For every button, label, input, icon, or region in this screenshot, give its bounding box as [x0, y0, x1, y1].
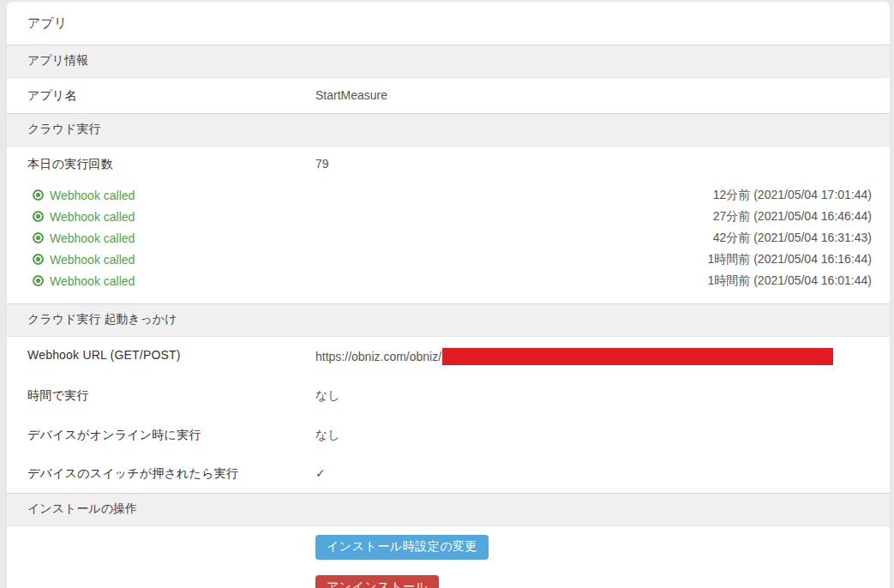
log-time: 42分前 (2021/05/04 16:31:43) [713, 231, 872, 246]
webhook-url-label: Webhook URL (GET/POST) [27, 348, 315, 362]
time-exec-value: なし [315, 388, 869, 404]
log-time: 1時間前 (2021/05/04 16:16:44) [708, 252, 872, 267]
online-exec-row: デバイスがオンライン時に実行 なし [7, 416, 890, 455]
log-event: Webhook called [50, 189, 713, 202]
section-header-install-ops: インストールの操作 [7, 493, 890, 526]
section-header-cloud-exec: クラウド実行 [7, 113, 890, 147]
log-row: Webhook called 12分前 (2021/05/04 17:01:44… [33, 184, 872, 206]
redacted-url-overlay [442, 348, 833, 365]
time-exec-row: 時間で実行 なし [7, 376, 890, 416]
online-exec-value: なし [315, 428, 869, 443]
dot-circle-icon [33, 275, 44, 286]
log-time: 12分前 (2021/05/04 17:01:44) [713, 188, 872, 203]
log-row: Webhook called 42分前 (2021/05/04 16:31:43… [33, 227, 872, 249]
exec-count-value: 79 [315, 157, 869, 171]
section-header-trigger: クラウド実行 起動きっかけ [7, 303, 890, 337]
webhook-url-row: Webhook URL (GET/POST) https://obniz.com… [7, 337, 890, 376]
log-time: 1時間前 (2021/05/04 16:01:44) [708, 273, 872, 289]
app-name-row: アプリ名 StartMeasure [7, 78, 890, 113]
online-exec-label: デバイスがオンライン時に実行 [27, 428, 315, 443]
log-row: Webhook called 1時間前 (2021/05/04 16:01:44… [33, 270, 872, 291]
switch-exec-label: デバイスのスイッチが押されたら実行 [27, 466, 315, 482]
webhook-url-text: https://obniz.com/obniz/ [315, 350, 441, 363]
app-name-label: アプリ名 [27, 88, 315, 104]
log-row: Webhook called 1時間前 (2021/05/04 16:16:44… [33, 249, 872, 270]
log-time: 27分前 (2021/05/04 16:46:44) [713, 209, 872, 225]
app-name-value: StartMeasure [315, 88, 869, 102]
dot-circle-icon [33, 254, 44, 265]
webhook-url-value: https://obniz.com/obniz/ [315, 348, 869, 365]
dot-circle-icon [33, 189, 44, 201]
install-actions: インストール時設定の変更 アンインストール [7, 526, 890, 588]
time-exec-label: 時間で実行 [27, 388, 315, 404]
dot-circle-icon [33, 211, 44, 222]
switch-exec-row: デバイスのスイッチが押されたら実行 ✓ [7, 455, 890, 493]
switch-exec-checkmark: ✓ [315, 466, 869, 480]
section-header-app-info: アプリ情報 [7, 45, 890, 78]
log-row: Webhook called 27分前 (2021/05/04 16:46:44… [33, 206, 872, 227]
dot-circle-icon [33, 232, 44, 243]
page-title: アプリ [7, 2, 890, 45]
change-install-settings-button[interactable]: インストール時設定の変更 [315, 535, 489, 560]
log-event: Webhook called [50, 253, 708, 267]
exec-count-label: 本日の実行回数 [27, 157, 315, 172]
log-event: Webhook called [50, 274, 708, 288]
app-settings-card: アプリ アプリ情報 アプリ名 StartMeasure クラウド実行 本日の実行… [7, 2, 890, 588]
exec-count-row: 本日の実行回数 79 [7, 147, 890, 174]
log-event: Webhook called [50, 210, 713, 224]
webhook-log-list: Webhook called 12分前 (2021/05/04 17:01:44… [7, 174, 890, 303]
log-event: Webhook called [50, 231, 713, 245]
uninstall-button[interactable]: アンインストール [315, 575, 439, 588]
